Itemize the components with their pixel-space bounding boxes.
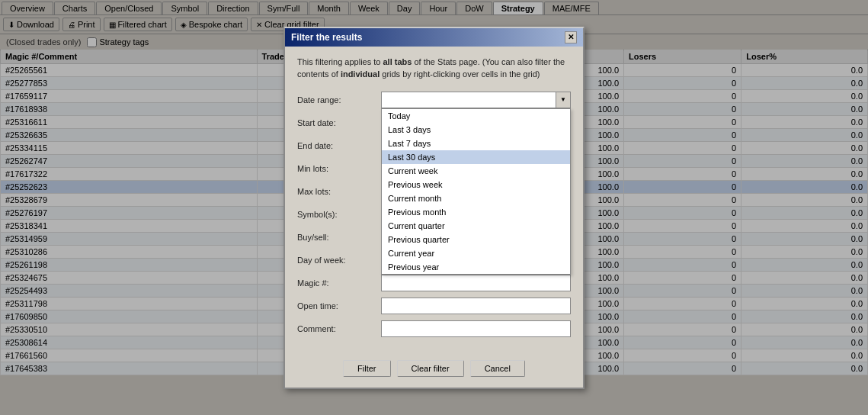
dropdown-item-previous_quarter[interactable]: Previous quarter xyxy=(382,233,570,246)
magic-label: Magic #: xyxy=(297,278,381,288)
day-of-week-label: Day of week: xyxy=(297,256,381,265)
date-range-select-wrap: ▼ TodayLast 3 daysLast 7 daysLast 30 day… xyxy=(381,92,571,108)
date-range-input[interactable] xyxy=(381,92,571,108)
dropdown-item-current_month[interactable]: Current month xyxy=(382,191,570,205)
date-range-dropdown: TodayLast 3 daysLast 7 daysLast 30 daysC… xyxy=(381,108,571,275)
desc-part3: grids by right-clicking over cells in th… xyxy=(380,69,540,79)
close-icon: ✕ xyxy=(568,33,574,41)
desc-bold2: individual xyxy=(341,69,380,79)
dropdown-item-current_week[interactable]: Current week xyxy=(382,164,570,178)
modal-description: This filtering applies to all tabs of th… xyxy=(297,56,571,81)
cancel-button[interactable]: Cancel xyxy=(470,360,525,377)
dropdown-item-previous_month[interactable]: Previous month xyxy=(382,205,570,219)
start-date-label: Start date: xyxy=(297,118,381,127)
dropdown-item-last30[interactable]: Last 30 days xyxy=(382,150,570,164)
filter-button[interactable]: Filter xyxy=(343,360,390,377)
dropdown-item-today[interactable]: Today xyxy=(382,109,570,123)
date-range-label: Date range: xyxy=(297,95,381,105)
filter-modal: Filter the results ✕ This filtering appl… xyxy=(283,27,585,389)
dropdown-item-previous_year[interactable]: Previous year xyxy=(382,260,570,274)
buy-sell-label: Buy/sell: xyxy=(297,233,381,242)
comment-row: Comment: xyxy=(297,320,571,337)
dropdown-item-current_quarter[interactable]: Current quarter xyxy=(382,219,570,233)
comment-label: Comment: xyxy=(297,324,381,333)
clear-filter-button[interactable]: Clear filter xyxy=(397,360,464,377)
chevron-down-icon: ▼ xyxy=(560,96,566,103)
date-range-row: Date range: ▼ TodayLast 3 daysLast 7 day… xyxy=(297,92,571,108)
modal-title: Filter the results xyxy=(291,32,362,43)
modal-overlay: Filter the results ✕ This filtering appl… xyxy=(0,0,868,415)
end-date-label: End date: xyxy=(297,141,381,150)
desc-bold1: all tabs xyxy=(383,57,412,66)
dropdown-item-last3[interactable]: Last 3 days xyxy=(382,123,570,137)
modal-title-bar: Filter the results ✕ xyxy=(285,28,583,47)
open-time-row: Open time: xyxy=(297,298,571,314)
max-lots-label: Max lots: xyxy=(297,187,381,196)
open-time-label: Open time: xyxy=(297,301,381,310)
comment-input[interactable] xyxy=(381,320,571,337)
desc-part1: This filtering applies to xyxy=(297,57,383,66)
modal-body: This filtering applies to all tabs of th… xyxy=(285,47,583,352)
modal-buttons: Filter Clear filter Cancel xyxy=(285,352,583,388)
magic-row: Magic #: xyxy=(297,275,571,291)
symbols-label: Symbol(s): xyxy=(297,210,381,219)
dropdown-item-last7[interactable]: Last 7 days xyxy=(382,137,570,150)
magic-input[interactable] xyxy=(381,275,571,291)
dropdown-item-previous_week[interactable]: Previous week xyxy=(382,178,570,191)
min-lots-label: Min lots: xyxy=(297,164,381,173)
modal-close-button[interactable]: ✕ xyxy=(565,31,577,43)
date-range-dropdown-arrow[interactable]: ▼ xyxy=(556,92,571,108)
dropdown-item-current_year[interactable]: Current year xyxy=(382,246,570,260)
open-time-input[interactable] xyxy=(381,298,571,314)
